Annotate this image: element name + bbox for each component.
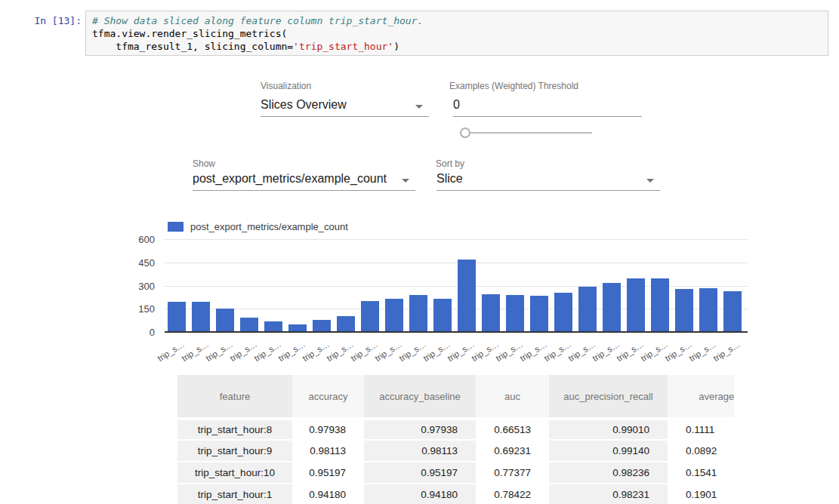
bar [699, 288, 717, 331]
code-call-line: tfma.view.render_slicing_metrics( [92, 28, 287, 39]
bar [554, 293, 572, 331]
code-arg-suffix: ) [393, 41, 399, 52]
bar [385, 299, 403, 331]
bar [506, 295, 524, 331]
table-row[interactable]: trip_start_hour:10.941800.941800.784220.… [177, 483, 734, 504]
show-metric-value: post_export_metrics/example_count [193, 172, 387, 186]
table-row[interactable]: trip_start_hour:90.981130.981130.692310.… [177, 439, 734, 461]
code-comment: # Show data sliced along feature column … [92, 15, 423, 26]
threshold-label: Examples (Weighted) Threshold [449, 81, 578, 91]
bar [216, 309, 234, 331]
metric-cell: 0.77377 [476, 461, 549, 483]
visualization-label: Visualization [261, 81, 311, 91]
x-axis-labels: trip_s…trip_s…trip_s…trip_s…trip_s…trip_… [165, 333, 761, 365]
column-header-auc[interactable]: auc [476, 375, 549, 417]
y-tick-label: 450 [115, 257, 155, 269]
metric-cell: 0.78422 [476, 483, 549, 504]
table-header-row: featureaccuracyaccuracy_baselineaucauc_p… [177, 375, 734, 417]
threshold-input[interactable]: 0 [453, 97, 642, 117]
x-axis-line [165, 331, 748, 333]
column-header-accuracy_baseline[interactable]: accuracy_baseline [364, 375, 476, 417]
bar [530, 296, 548, 331]
table-body: trip_start_hour:80.979380.979380.665130.… [177, 417, 734, 504]
metric-cell: 0.98113 [364, 439, 476, 461]
bar [578, 287, 597, 331]
visualization-dropdown[interactable]: Slices Overview [261, 97, 429, 117]
bar [313, 320, 331, 331]
show-label: Show [193, 158, 215, 169]
bar [723, 291, 742, 331]
y-tick-label: 150 [115, 303, 155, 315]
gridline [165, 239, 748, 240]
bar [482, 294, 500, 331]
metrics-table-container: featureaccuracyaccuracy_baselineaucauc_p… [177, 375, 734, 504]
cell-prompt: In [13]: [23, 15, 82, 26]
metric-cell: 0.99010 [549, 417, 668, 439]
bar [409, 295, 427, 331]
y-tick-label: 600 [115, 234, 155, 245]
metric-cell: 0.99140 [549, 439, 668, 461]
sort-by-label: Sort by [436, 158, 464, 169]
metric-cell: 0.98113 [292, 439, 364, 461]
table-row[interactable]: trip_start_hour:100.951970.951970.773770… [177, 461, 734, 483]
code-cell[interactable]: # Show data sliced along feature column … [85, 11, 828, 56]
column-header-accuracy[interactable]: accuracy [292, 375, 364, 417]
threshold-value: 0 [453, 98, 460, 112]
metric-cell: 0.0892 [668, 439, 734, 461]
y-tick-label: 0 [115, 327, 155, 338]
code-text: # Show data sliced along feature column … [92, 14, 822, 53]
bar [240, 318, 258, 331]
bar [675, 289, 693, 331]
threshold-slider-track[interactable] [465, 132, 592, 134]
feature-cell: trip_start_hour:10 [177, 461, 292, 483]
bar [264, 321, 282, 331]
y-tick-label: 300 [115, 281, 155, 292]
legend-label: post_export_metrics/example_count [190, 221, 348, 232]
threshold-slider-thumb[interactable] [460, 128, 470, 138]
metric-cell: 0.1901 [668, 483, 734, 504]
bar [337, 316, 355, 331]
bar [433, 299, 452, 331]
bar [361, 301, 379, 331]
feature-cell: trip_start_hour:1 [177, 483, 292, 504]
metrics-table: featureaccuracyaccuracy_baselineaucauc_p… [177, 375, 734, 504]
sort-by-value: Slice [436, 172, 463, 186]
table-header: featureaccuracyaccuracy_baselineaucauc_p… [177, 375, 734, 417]
bar [458, 260, 476, 331]
metric-cell: 0.94180 [364, 483, 476, 504]
metric-cell: 0.1541 [668, 461, 734, 483]
bar [192, 302, 210, 331]
chevron-down-icon [402, 179, 409, 183]
bar [288, 324, 307, 331]
bar [168, 302, 186, 331]
feature-cell: trip_start_hour:9 [177, 439, 292, 461]
bar [603, 283, 621, 331]
plot-area [165, 239, 748, 332]
legend-swatch [168, 222, 184, 232]
metric-cell: 0.1111 [668, 417, 734, 439]
visualization-value: Slices Overview [261, 98, 347, 112]
metric-cell: 0.98231 [549, 483, 668, 504]
chevron-down-icon [415, 105, 423, 109]
metric-cell: 0.95197 [292, 461, 364, 483]
feature-cell: trip_start_hour:8 [177, 417, 292, 439]
column-header-auc_precision_recall[interactable]: auc_precision_recall [549, 375, 668, 417]
metric-cell: 0.97938 [364, 417, 476, 439]
metric-cell: 0.95197 [364, 461, 476, 483]
metric-cell: 0.69231 [476, 439, 549, 461]
table-row[interactable]: trip_start_hour:80.979380.979380.665130.… [177, 417, 734, 439]
gridline [165, 263, 748, 263]
column-header-feature[interactable]: feature [177, 375, 292, 417]
metric-cell: 0.98236 [549, 461, 668, 483]
sort-by-dropdown[interactable]: Slice [436, 171, 660, 191]
metric-cell: 0.66513 [476, 417, 549, 439]
code-arg-prefix: tfma_result_1, slicing_column= [92, 41, 293, 52]
column-header-average_loss[interactable]: average_loss [668, 375, 734, 417]
bar [627, 278, 645, 331]
bar [651, 278, 669, 331]
chevron-down-icon [646, 179, 654, 183]
show-metric-dropdown[interactable]: post_export_metrics/example_count [193, 171, 415, 191]
notebook-page: { "notebook": { "prompt": "In [13]:", "c… [0, 0, 839, 504]
code-arg-string: 'trip_start_hour' [293, 41, 393, 52]
metric-cell: 0.97938 [292, 417, 364, 439]
